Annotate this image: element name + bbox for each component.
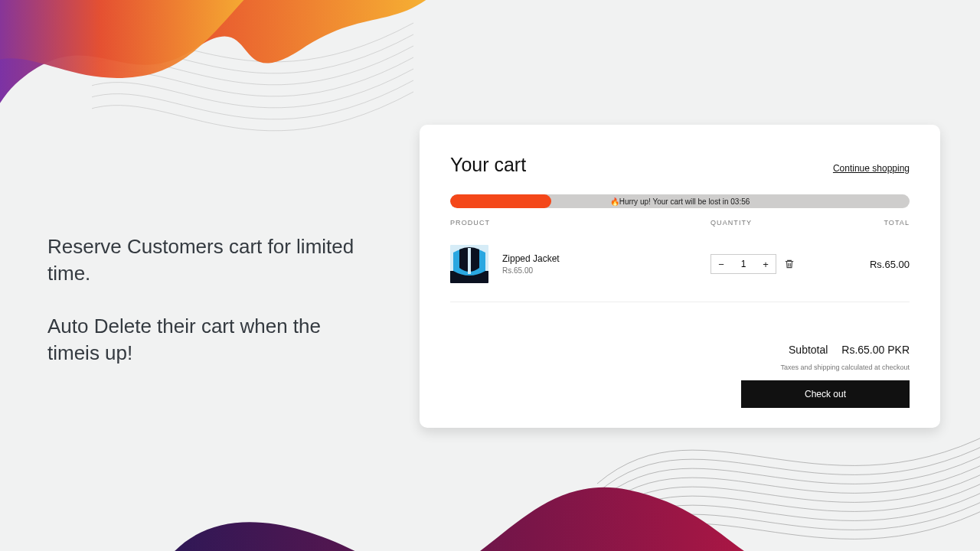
line-total: Rs.65.00: [841, 259, 910, 270]
qty-increase-button[interactable]: +: [756, 255, 776, 273]
col-total: TOTAL: [841, 219, 910, 227]
product-price: Rs.65.00: [502, 266, 710, 275]
subtotal-value: Rs.65.00 PKR: [841, 344, 910, 356]
subtotal-row: Subtotal Rs.65.00 PKR: [450, 344, 910, 356]
cart-title: Your cart: [450, 154, 526, 176]
product-thumbnail[interactable]: [450, 245, 488, 283]
qty-decrease-button[interactable]: −: [711, 255, 731, 273]
trash-icon[interactable]: [784, 259, 795, 269]
countdown-bar: 🔥Hurry up! Your cart will be lost in 03:…: [450, 194, 910, 208]
svg-rect-2: [468, 248, 471, 274]
line-texture-top: [92, 0, 413, 176]
cart-table-header: PRODUCT QUANTITY TOTAL: [450, 217, 910, 234]
wave-top: [0, 0, 459, 214]
marketing-line-1: Reserve Customers cart for limited time.: [47, 233, 369, 287]
subtotal-label: Subtotal: [789, 344, 828, 356]
cart-card: Your cart Continue shopping 🔥Hurry up! Y…: [420, 125, 940, 428]
cart-row: Zipped Jacket Rs.65.00 − 1 + Rs.65.00: [450, 234, 910, 302]
marketing-copy: Reserve Customers cart for limited time.…: [47, 233, 369, 367]
countdown-text: 🔥Hurry up! Your cart will be lost in 03:…: [450, 194, 910, 208]
product-name[interactable]: Zipped Jacket: [502, 253, 710, 264]
col-product: PRODUCT: [450, 219, 710, 227]
qty-value: 1: [731, 259, 756, 269]
marketing-line-2: Auto Delete their cart when the timeis u…: [47, 313, 369, 367]
window-dots: [8, 6, 40, 11]
col-quantity: QUANTITY: [710, 219, 841, 227]
checkout-button[interactable]: Check out: [741, 380, 910, 408]
tax-note: Taxes and shipping calculated at checkou…: [450, 364, 910, 371]
quantity-stepper: − 1 +: [710, 254, 776, 274]
continue-shopping-link[interactable]: Continue shopping: [833, 163, 910, 174]
